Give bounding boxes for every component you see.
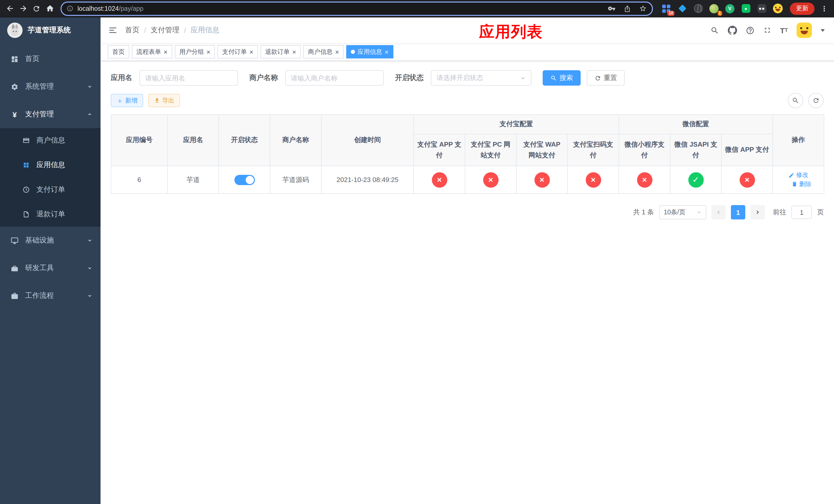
extension-tampermonkey-icon[interactable] [756, 3, 767, 14]
cell-app-name: 芋道 [168, 166, 219, 193]
site-info-icon[interactable] [67, 5, 73, 12]
status-label: 开启状态 [395, 73, 424, 83]
github-icon[interactable] [728, 26, 737, 35]
breadcrumb-payment[interactable]: 支付管理 [151, 26, 179, 35]
sidebar-item-refund-orders[interactable]: 退款订单 [0, 202, 101, 227]
tab-refund-orders[interactable]: 退款订单× [261, 45, 301, 59]
current-page-button[interactable]: 1 [731, 205, 745, 220]
export-button[interactable]: 导出 [148, 94, 180, 107]
merchant-name-input[interactable] [285, 70, 384, 86]
close-icon[interactable]: × [249, 48, 253, 55]
extensions-area: 10 1 V ● [657, 3, 787, 14]
sidebar-item-app-info[interactable]: 应用信息 [0, 153, 101, 177]
browser-menu-icon[interactable] [818, 2, 831, 15]
cell-merchant: 芋道源码 [270, 166, 321, 193]
font-size-icon[interactable]: TT [780, 26, 788, 34]
extension-diamond-icon[interactable] [677, 3, 687, 14]
sidebar-item-workflow[interactable]: 工作流程 [0, 282, 101, 310]
status-select-placeholder: 请选择开启状态 [437, 73, 483, 83]
sidebar-item-label: 首页 [25, 54, 40, 64]
sidebar-item-infra[interactable]: 基础设施 [0, 227, 101, 254]
sidebar-item-label: 基础设施 [25, 236, 54, 245]
breadcrumb-current: 应用信息 [191, 26, 220, 35]
chevron-up-icon [87, 112, 92, 117]
tab-label: 支付订单 [222, 47, 247, 56]
sidebar-toggle-icon[interactable] [101, 26, 125, 35]
tab-merchant-info[interactable]: 商户信息× [303, 45, 344, 59]
extension-globe-icon[interactable] [693, 3, 703, 14]
next-page-button[interactable] [750, 205, 765, 220]
home-icon[interactable] [43, 2, 57, 15]
sidebar-item-label: 支付管理 [25, 110, 54, 119]
sidebar-item-home[interactable]: 首页 [0, 45, 101, 73]
app-name-input[interactable] [139, 70, 238, 86]
col-header-wechat-jsapi: 微信 JSAPI 支付 [670, 134, 721, 166]
sidebar-item-pay-orders[interactable]: 支付订单 [0, 177, 101, 202]
fullscreen-icon[interactable] [763, 26, 771, 35]
sidebar-item-system[interactable]: 系统管理 [0, 73, 101, 100]
browser-profile-avatar[interactable] [772, 3, 783, 14]
total-count: 共 1 条 [633, 208, 654, 217]
cell-app-id: 6 [111, 166, 168, 193]
sidebar-item-payment[interactable]: ¥ 支付管理 [0, 100, 101, 128]
close-icon[interactable]: × [292, 48, 296, 55]
enabled-toggle[interactable] [234, 175, 255, 185]
extension-grid-icon[interactable]: 10 [661, 3, 672, 14]
grid-icon [22, 161, 30, 169]
back-icon[interactable] [3, 2, 16, 15]
page-title-annotation: 应用列表 [479, 22, 543, 43]
sidebar-item-label: 支付订单 [37, 185, 65, 194]
forward-icon[interactable] [16, 2, 30, 15]
dashboard-icon [10, 55, 19, 63]
password-key-icon[interactable] [608, 5, 615, 12]
active-dot [351, 50, 355, 54]
sidebar-item-label: 工作流程 [25, 291, 54, 300]
close-icon[interactable]: × [385, 48, 389, 55]
avatar-caret-icon[interactable] [821, 29, 825, 33]
reload-icon[interactable] [30, 2, 43, 15]
export-button-label: 导出 [162, 96, 174, 105]
refresh-table-button[interactable] [808, 93, 824, 108]
delete-link[interactable]: 删除 [791, 180, 811, 188]
col-header-alipay-app: 支付宝 APP 支付 [414, 134, 465, 166]
credit-card-icon [22, 137, 30, 144]
extension-wechat-icon[interactable]: ● [741, 3, 751, 14]
toggle-search-button[interactable] [788, 93, 803, 108]
tab-pay-orders[interactable]: 支付订单× [218, 45, 258, 59]
prev-page-button[interactable] [711, 205, 726, 220]
sidebar-item-devtools[interactable]: 研发工具 [0, 254, 101, 282]
status-select[interactable]: 请选择开启状态 [431, 70, 531, 86]
breadcrumb-home[interactable]: 首页 [125, 26, 139, 35]
cell-operations: 修改 删除 [773, 166, 824, 193]
status-badge-alipay-qr: × [586, 172, 601, 187]
reset-button[interactable]: 重置 [587, 70, 625, 86]
address-bar[interactable]: localhost:1024/pay/app [61, 1, 653, 16]
search-icon[interactable] [710, 26, 719, 35]
monitor-icon [10, 237, 19, 244]
page-size-select[interactable]: 10条/页 [659, 205, 706, 220]
close-icon[interactable]: × [335, 48, 339, 55]
help-icon[interactable] [746, 26, 754, 35]
edit-link[interactable]: 修改 [788, 171, 808, 180]
briefcase-icon [10, 292, 19, 300]
reset-button-label: 重置 [604, 73, 617, 83]
chevron-down-icon [520, 75, 526, 81]
extension-vue-icon[interactable]: V [725, 3, 735, 14]
share-icon[interactable] [624, 5, 631, 12]
bookmark-star-icon[interactable] [639, 5, 647, 12]
tab-app-info[interactable]: 应用信息× [346, 45, 393, 59]
chevron-down-icon [87, 84, 92, 89]
add-button[interactable]: ＋新增 [111, 94, 143, 107]
sidebar-item-merchant-info[interactable]: 商户信息 [0, 128, 101, 153]
screen: localhost:1024/pay/app 10 1 V ● 更新 [0, 0, 834, 504]
close-icon[interactable]: × [163, 48, 168, 55]
extension-avatar-icon[interactable]: 1 [709, 3, 719, 14]
tab-home[interactable]: 首页 [108, 45, 129, 59]
goto-page-input[interactable] [791, 206, 812, 219]
browser-update-button[interactable]: 更新 [790, 2, 814, 15]
search-button[interactable]: 搜索 [543, 70, 580, 86]
close-icon[interactable]: × [206, 48, 210, 55]
tab-user-group[interactable]: 用户分组× [175, 45, 215, 59]
user-avatar[interactable] [796, 23, 812, 38]
tab-flow-form[interactable]: 流程表单× [132, 45, 172, 59]
